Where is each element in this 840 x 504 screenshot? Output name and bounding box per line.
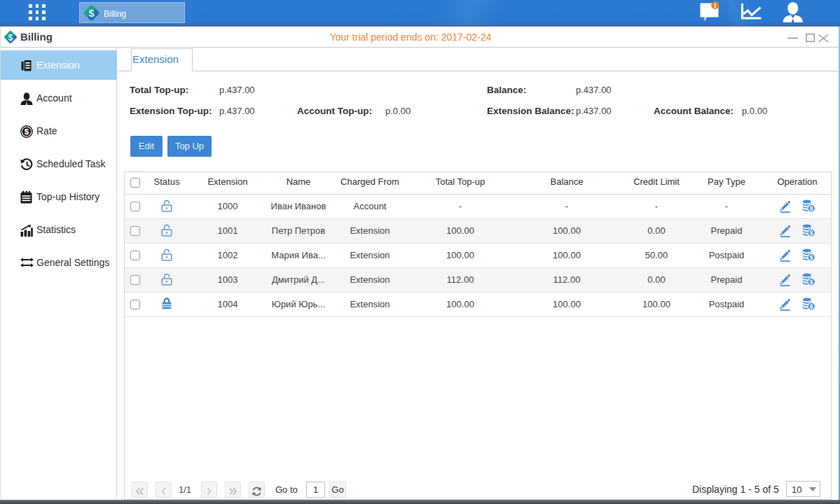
svg-text:$: $ [810, 303, 813, 310]
svg-text:$: $ [810, 230, 813, 237]
svg-text:$: $ [810, 279, 813, 286]
svg-text:$: $ [810, 205, 813, 212]
svg-text:$: $ [88, 8, 94, 19]
svg-text:$: $ [810, 254, 813, 261]
svg-text:$: $ [25, 127, 29, 136]
